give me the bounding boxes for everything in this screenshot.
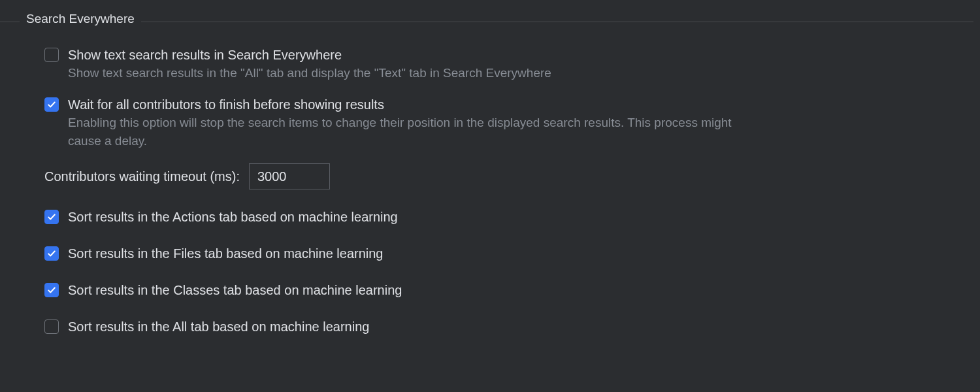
check-icon xyxy=(47,286,56,295)
sort-all-row: Sort results in the All tab based on mac… xyxy=(44,318,967,336)
check-icon xyxy=(47,212,56,221)
sort-actions-row: Sort results in the Actions tab based on… xyxy=(44,208,967,226)
search-everywhere-section: Search Everywhere Show text search resul… xyxy=(0,12,980,336)
check-icon xyxy=(47,249,56,258)
timeout-input[interactable] xyxy=(249,163,330,189)
sort-all-label: Sort results in the All tab based on mac… xyxy=(68,318,369,336)
wait-contributors-row: Wait for all contributors to finish befo… xyxy=(44,95,967,114)
sort-classes-row: Sort results in the Classes tab based on… xyxy=(44,281,967,299)
check-icon xyxy=(47,100,56,109)
timeout-label: Contributors waiting timeout (ms): xyxy=(44,169,240,184)
section-title: Search Everywhere xyxy=(20,12,141,26)
wait-contributors-desc: Enabling this option will stop the searc… xyxy=(68,114,760,150)
wait-contributors-label: Wait for all contributors to finish befo… xyxy=(68,95,384,114)
section-border xyxy=(0,22,973,22)
section-content: Show text search results in Search Every… xyxy=(13,26,967,336)
sort-actions-label: Sort results in the Actions tab based on… xyxy=(68,208,398,226)
sort-all-checkbox[interactable] xyxy=(44,319,59,334)
wait-contributors-checkbox[interactable] xyxy=(44,97,59,112)
sort-classes-label: Sort results in the Classes tab based on… xyxy=(68,281,402,299)
show-text-search-checkbox[interactable] xyxy=(44,48,59,62)
show-text-search-row: Show text search results in Search Every… xyxy=(44,46,967,64)
show-text-search-label: Show text search results in Search Every… xyxy=(68,46,342,64)
timeout-row: Contributors waiting timeout (ms): xyxy=(44,163,967,189)
sort-files-label: Sort results in the Files tab based on m… xyxy=(68,244,384,263)
sort-files-row: Sort results in the Files tab based on m… xyxy=(44,244,967,263)
sort-actions-checkbox[interactable] xyxy=(44,210,59,224)
sort-classes-checkbox[interactable] xyxy=(44,283,59,297)
show-text-search-desc: Show text search results in the "All" ta… xyxy=(68,64,760,82)
sort-files-checkbox[interactable] xyxy=(44,246,59,261)
